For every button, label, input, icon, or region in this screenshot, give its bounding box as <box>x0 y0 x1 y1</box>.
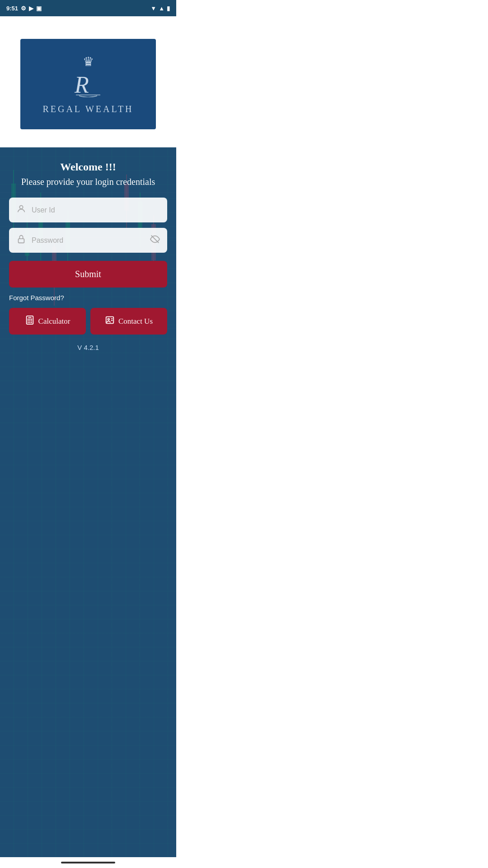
welcome-title: Welcome !!! <box>9 161 167 173</box>
crown-icon: ♛ <box>83 54 94 69</box>
forgot-password-link[interactable]: Forgot Password? <box>9 294 167 302</box>
welcome-subtitle: Please provide your login credentials <box>9 176 167 188</box>
submit-button[interactable]: Submit <box>9 261 167 288</box>
login-section: Welcome !!! Please provide your login cr… <box>0 147 176 857</box>
signal-icon: ▲ <box>159 5 164 12</box>
logo-letter: R <box>72 70 104 100</box>
status-bar: 9:51 ⚙ ▶ ▣ ▼ ▲ ▮ <box>0 0 176 16</box>
contact-icon <box>105 315 115 327</box>
svg-text:R: R <box>74 72 89 97</box>
svg-point-37 <box>108 318 109 320</box>
contact-us-button[interactable]: Contact Us <box>90 308 167 335</box>
password-input-wrapper[interactable] <box>9 228 167 253</box>
svg-rect-23 <box>19 239 24 243</box>
gear-icon: ⚙ <box>21 5 26 12</box>
battery-icon: ▮ <box>167 5 170 12</box>
userid-input-wrapper[interactable] <box>9 198 167 222</box>
brand-name: REGAL WEALTH <box>42 104 133 114</box>
status-right: ▼ ▲ ▮ <box>150 5 170 12</box>
logo-section: ♛ R REGAL WEALTH <box>0 16 176 147</box>
bottom-buttons: Calculator Contact Us <box>9 308 167 335</box>
status-left: 9:51 ⚙ ▶ ▣ <box>6 5 42 12</box>
calculator-icon <box>25 315 35 327</box>
calculator-button[interactable]: Calculator <box>9 308 86 335</box>
calculator-label: Calculator <box>38 317 70 326</box>
home-indicator <box>0 857 176 868</box>
toggle-password-icon[interactable] <box>150 234 160 246</box>
user-icon <box>16 204 26 216</box>
wifi-icon: ▼ <box>150 5 156 12</box>
lock-icon <box>16 234 26 246</box>
home-bar <box>61 862 115 863</box>
svg-point-22 <box>19 206 23 209</box>
password-input[interactable] <box>32 236 150 245</box>
userid-input[interactable] <box>32 206 160 214</box>
play-icon: ▶ <box>29 5 33 12</box>
version-text: V 4.2.1 <box>9 344 167 351</box>
time-display: 9:51 <box>6 5 18 12</box>
logo-box: ♛ R REGAL WEALTH <box>20 39 156 129</box>
clipboard-icon: ▣ <box>36 5 42 12</box>
contact-us-label: Contact Us <box>118 317 153 326</box>
